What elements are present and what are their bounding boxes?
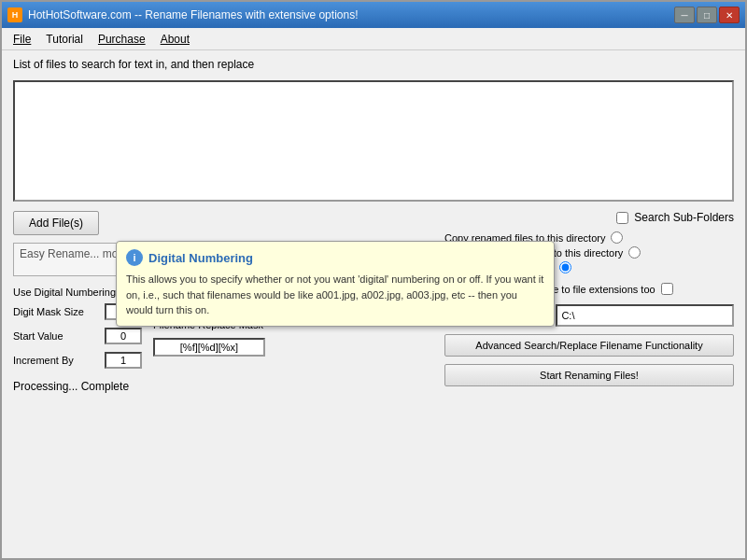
tooltip-header: i Digital Numbering bbox=[126, 249, 544, 266]
start-renaming-button[interactable]: Start Renaming Files! bbox=[444, 364, 734, 386]
search-subfolders-row: Search Sub-Folders bbox=[444, 211, 734, 224]
close-button[interactable]: ✕ bbox=[719, 7, 740, 23]
menu-purchase[interactable]: Purchase bbox=[91, 31, 153, 48]
tooltip-info-icon: i bbox=[126, 249, 143, 266]
increment-row: Increment By bbox=[13, 352, 142, 369]
start-value-label: Start Value bbox=[13, 330, 97, 342]
title-bar-left: H HotHotSoftware.com -- Rename Filenames… bbox=[7, 7, 358, 22]
left-panel: Add File(s) i Digital Numbering This all… bbox=[13, 211, 437, 551]
minimize-button[interactable]: ─ bbox=[674, 7, 695, 23]
bottom-section: Add File(s) i Digital Numbering This all… bbox=[13, 211, 734, 551]
start-value-row: Start Value bbox=[13, 328, 142, 344]
dont-move-radio[interactable] bbox=[559, 261, 571, 273]
menu-tutorial[interactable]: Tutorial bbox=[38, 31, 91, 48]
main-content: List of files to search for text in, and… bbox=[2, 50, 745, 558]
increment-input[interactable] bbox=[105, 352, 142, 369]
add-files-button[interactable]: Add File(s) bbox=[13, 211, 99, 235]
increment-label: Increment By bbox=[13, 355, 97, 366]
copy-to-radio[interactable] bbox=[611, 231, 623, 244]
start-value-input[interactable] bbox=[105, 328, 142, 344]
title-bar: H HotHotSoftware.com -- Rename Filenames… bbox=[2, 2, 745, 28]
mask-input[interactable] bbox=[153, 338, 265, 357]
file-list-label: List of files to search for text in, and… bbox=[13, 58, 734, 71]
apply-advanced-checkbox[interactable] bbox=[661, 283, 673, 295]
tooltip-title: Digital Numbering bbox=[148, 251, 253, 265]
status-text: Processing... Complete bbox=[13, 380, 129, 393]
search-subfolders-checkbox[interactable] bbox=[616, 212, 628, 224]
digit-mask-label: Digit Mask Size bbox=[13, 306, 97, 317]
file-list-area[interactable] bbox=[13, 80, 734, 202]
window-title: HotHotSoftware.com -- Rename Filenames w… bbox=[28, 8, 358, 21]
title-controls: ─ □ ✕ bbox=[674, 7, 740, 23]
digital-numbering-tooltip: i Digital Numbering This allows you to s… bbox=[116, 241, 555, 327]
menu-file[interactable]: File bbox=[6, 31, 38, 48]
search-subfolders-label: Search Sub-Folders bbox=[634, 211, 734, 224]
menu-bar: File Tutorial Purchase About bbox=[2, 28, 745, 50]
advanced-search-button[interactable]: Advanced Search/Replace Filename Functio… bbox=[444, 334, 734, 357]
browse-path-input[interactable] bbox=[556, 304, 734, 327]
menu-about[interactable]: About bbox=[153, 31, 197, 48]
main-window: H HotHotSoftware.com -- Rename Filenames… bbox=[0, 0, 747, 560]
tooltip-body: This allows you to specify whether or no… bbox=[126, 272, 544, 318]
app-icon: H bbox=[7, 7, 22, 22]
status-bar: Processing... Complete bbox=[13, 376, 437, 397]
add-files-row: Add File(s) bbox=[13, 211, 437, 235]
move-to-radio[interactable] bbox=[628, 246, 641, 259]
maximize-button[interactable]: □ bbox=[697, 7, 717, 23]
